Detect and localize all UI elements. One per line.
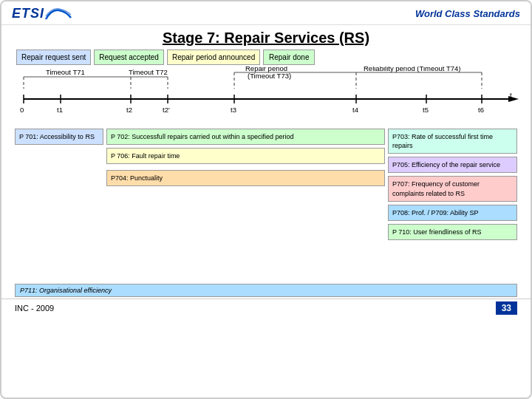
etsi-arc-graphic	[44, 7, 72, 21]
p702-box: P 702: Successfull repairs carried out w…	[106, 129, 385, 145]
col-mid: P 702: Successfull repairs carried out w…	[106, 129, 385, 281]
p701-box: P 701: Accessibility to RS	[15, 129, 103, 145]
col-left: P 701: Accessibility to RS	[15, 129, 103, 281]
timeline-svg: Timeout T71 Timeout T72 Repair period (T…	[16, 66, 519, 124]
svg-text:t6: t6	[478, 106, 484, 114]
svg-text:t4: t4	[352, 106, 358, 114]
footer: INC - 2009 33	[1, 299, 531, 317]
svg-text:t1: t1	[57, 106, 63, 114]
page-number: 33	[496, 301, 517, 315]
p703-box: P703: Rate of successful first time repa…	[388, 129, 517, 154]
svg-text:(Timeout T73): (Timeout T73)	[248, 72, 291, 80]
p704-box: P704: Punctuality	[106, 170, 385, 186]
bottom-grid: P 701: Accessibility to RS P 702: Succes…	[1, 126, 531, 281]
svg-text:0: 0	[20, 106, 24, 114]
p710-box: P 710: User friendliness of RS	[388, 224, 517, 240]
svg-text:Reliability period (Timeout T7: Reliability period (Timeout T74)	[364, 66, 460, 72]
svg-text:t2: t2	[126, 106, 132, 114]
svg-text:Timeout T71: Timeout T71	[46, 68, 85, 76]
timeline-area: Timeout T71 Timeout T72 Repair period (T…	[1, 66, 531, 126]
p707-box: P707: Frequency of customer complaints r…	[388, 176, 517, 201]
stage-box-repair-request: Repair request sent	[16, 50, 91, 65]
header: ETSI World Class Standards	[1, 1, 531, 25]
stage-box-repair-period: Repair period announced	[167, 50, 260, 65]
world-class-label: World Class Standards	[415, 8, 520, 19]
svg-text:t3: t3	[231, 106, 236, 114]
etsi-logo: ETSI	[12, 6, 72, 21]
stage-box-repair-done: Repair done	[263, 50, 315, 65]
p708-box: P708: Prof. / P709: Ability SP	[388, 205, 517, 221]
stage-boxes-row: Repair request sent Request accepted Rep…	[1, 50, 531, 65]
svg-text:Timeout T72: Timeout T72	[129, 68, 168, 76]
etsi-logo-text: ETSI	[12, 6, 44, 21]
svg-text:t2': t2'	[163, 106, 170, 114]
col-right: P703: Rate of successful first time repa…	[388, 129, 517, 281]
footer-title: INC - 2009	[15, 304, 54, 313]
p711-bar: P711: Organisational efficiency	[15, 284, 517, 297]
p706-box: P 706: Fault repair time	[106, 148, 385, 164]
page-title: Stage 7: Repair Services (RS)	[1, 25, 531, 50]
stage-box-request-accepted: Request accepted	[94, 50, 164, 65]
svg-text:t5: t5	[423, 106, 429, 114]
svg-text:t: t	[510, 91, 512, 99]
p705-box: P705: Efficiency of the repair service	[388, 157, 517, 173]
